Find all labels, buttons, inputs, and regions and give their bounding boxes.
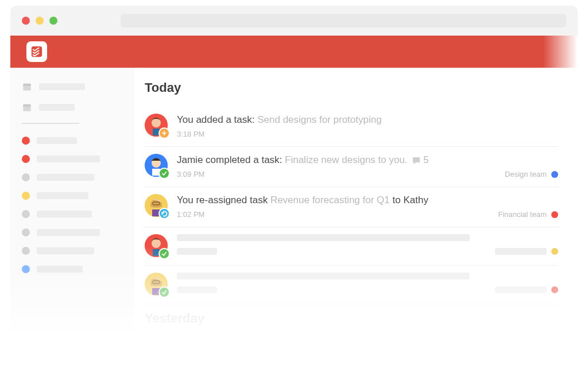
section-today: Today (145, 80, 558, 95)
activity-description: Jamie completed a task: Finalize new des… (177, 154, 558, 166)
app-header (10, 36, 578, 68)
placeholder-text (37, 229, 100, 236)
placeholder-text (37, 156, 100, 162)
window-zoom-dot[interactable] (49, 17, 57, 25)
project-color-dot (22, 192, 30, 200)
sidebar-project-row[interactable] (22, 192, 123, 200)
browser-chrome (10, 6, 578, 36)
sidebar-today-row[interactable] (22, 102, 123, 112)
placeholder-text (177, 273, 470, 280)
sidebar-project-row[interactable] (22, 137, 123, 145)
comment-icon[interactable]: 5 (411, 154, 429, 166)
placeholder-text (177, 286, 217, 293)
avatar (145, 154, 168, 177)
sidebar-project-row[interactable] (22, 247, 123, 255)
team-color-dot (551, 211, 558, 218)
placeholder-text (37, 211, 92, 218)
sidebar-project-row[interactable] (22, 173, 123, 181)
project-color-dot (22, 155, 30, 163)
placeholder-text (37, 192, 88, 199)
reassign-badge-icon (158, 208, 170, 219)
team-tag (495, 286, 558, 293)
project-color-dot (22, 210, 30, 218)
svg-point-18 (152, 239, 161, 248)
calendar-icon (22, 81, 32, 92)
activity-time: 3:09 PM (177, 170, 204, 178)
project-color-dot (22, 137, 30, 145)
activity-feed: Today You added a task: Send designs for… (134, 68, 578, 337)
project-color-dot (22, 173, 30, 181)
add-badge-icon (158, 127, 170, 139)
avatar (145, 114, 168, 137)
placeholder-text (39, 83, 85, 90)
window-close-dot[interactable] (22, 17, 30, 25)
check-badge-icon (158, 248, 170, 259)
placeholder-text (37, 247, 94, 254)
placeholder-text (37, 137, 77, 144)
svg-rect-4 (23, 104, 31, 107)
project-color-dot (22, 228, 30, 236)
avatar (145, 234, 168, 257)
activity-item[interactable]: You re-assigned task Revenue forecasting… (145, 187, 558, 227)
sidebar-divider (22, 123, 79, 124)
sidebar (10, 68, 134, 337)
url-bar[interactable] (121, 14, 566, 28)
svg-rect-2 (23, 84, 31, 86)
avatar (145, 273, 168, 296)
placeholder-text (177, 248, 217, 255)
placeholder-text (37, 266, 83, 273)
avatar (145, 194, 168, 217)
check-badge-icon (158, 168, 170, 179)
placeholder-text (39, 104, 75, 111)
team-tag (495, 248, 558, 255)
activity-description: You re-assigned task Revenue forecasting… (177, 194, 558, 207)
activity-item-placeholder (145, 227, 558, 266)
activity-item[interactable]: Jamie completed a task: Finalize new des… (145, 147, 558, 187)
check-badge-icon (158, 286, 170, 298)
placeholder-text (177, 234, 470, 241)
team-color-dot (551, 248, 558, 255)
activity-item[interactable]: You added a task: Send designs for proto… (145, 107, 558, 147)
placeholder-text (37, 174, 94, 181)
team-color-dot (551, 286, 558, 293)
todoist-icon (30, 45, 43, 58)
sidebar-project-row[interactable] (22, 210, 123, 218)
project-color-dot (22, 265, 30, 273)
activity-time: 3:18 PM (177, 130, 204, 138)
sidebar-project-row[interactable] (22, 265, 123, 273)
project-color-dot (22, 247, 30, 255)
svg-point-6 (152, 118, 161, 127)
activity-item-placeholder (145, 266, 558, 304)
todoist-logo[interactable] (26, 41, 47, 62)
calendar-icon (22, 102, 32, 112)
activity-time: 1:02 PM (177, 210, 204, 219)
sidebar-inbox-row[interactable] (22, 81, 123, 92)
section-yesterday: Yesterday (145, 311, 558, 326)
activity-description: You added a task: Send designs for proto… (177, 114, 558, 126)
team-tag[interactable]: Financial team (498, 210, 558, 219)
team-tag[interactable]: Design team (505, 170, 558, 178)
sidebar-project-row[interactable] (22, 228, 123, 236)
sidebar-project-row[interactable] (22, 155, 123, 163)
window-minimize-dot[interactable] (36, 17, 44, 25)
team-color-dot (551, 171, 558, 178)
